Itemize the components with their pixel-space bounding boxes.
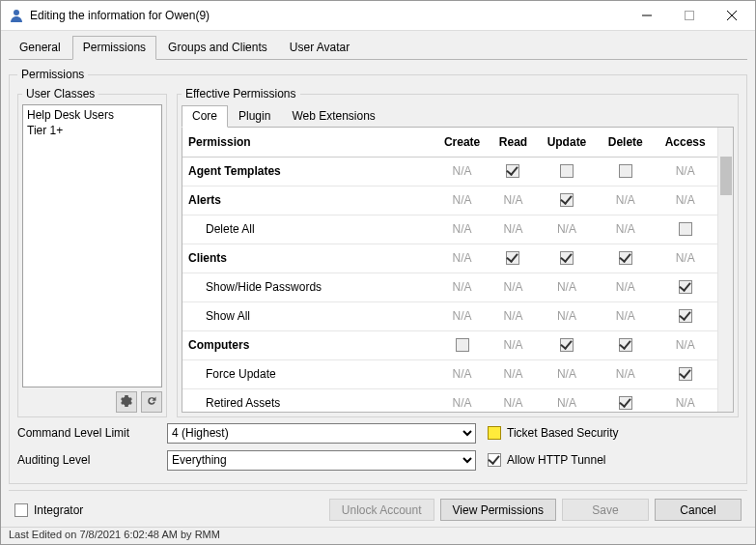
cell-na: N/A <box>434 301 490 330</box>
permission-checkbox[interactable] <box>679 222 692 236</box>
cell-na: N/A <box>434 359 490 388</box>
command-level-select[interactable]: 4 (Highest) <box>167 423 476 444</box>
refresh-icon <box>146 395 157 410</box>
permission-label: Computers <box>182 330 434 359</box>
cell-na: N/A <box>536 388 598 412</box>
user-classes-legend: User Classes <box>22 87 98 100</box>
scrollbar[interactable] <box>717 128 733 412</box>
cell-na: N/A <box>536 301 598 330</box>
permission-checkbox[interactable] <box>506 164 519 178</box>
permission-label: Delete All <box>182 215 434 244</box>
cell-na: N/A <box>653 157 717 186</box>
button-bar: Integrator Unlock Account View Permissio… <box>9 490 747 527</box>
cancel-button[interactable]: Cancel <box>655 499 742 521</box>
integrator-checkbox[interactable] <box>14 503 28 517</box>
cell-na: N/A <box>598 359 653 388</box>
list-item[interactable]: Tier 1+ <box>27 123 157 138</box>
permission-checkbox[interactable] <box>560 338 574 352</box>
svg-rect-2 <box>686 12 694 20</box>
permission-checkbox[interactable] <box>619 164 632 178</box>
table-row: AlertsN/AN/AN/AN/A <box>182 186 717 215</box>
col-read: Read <box>490 128 536 157</box>
app-icon <box>9 8 24 23</box>
permission-label: Show/Hide Passwords <box>182 272 434 301</box>
cell-na: N/A <box>536 359 598 388</box>
minimize-button[interactable] <box>626 2 668 29</box>
tab-user-avatar[interactable]: User Avatar <box>279 36 360 60</box>
list-item[interactable]: Help Desk Users <box>27 107 157 123</box>
cell-na: N/A <box>434 157 490 186</box>
permission-checkbox[interactable] <box>560 164 574 178</box>
cell-na: N/A <box>536 215 598 244</box>
cell-na: N/A <box>490 301 536 330</box>
tab-web-extensions[interactable]: Web Extensions <box>281 105 386 128</box>
permissions-grid: Permission Create Read Update Delete Acc… <box>182 128 717 412</box>
cell-na: N/A <box>434 244 490 272</box>
gear-icon <box>121 395 132 410</box>
cell-na: N/A <box>598 186 653 215</box>
permission-checkbox[interactable] <box>619 251 632 265</box>
effective-permissions-group: Effective Permissions Core Plugin Web Ex… <box>177 87 739 417</box>
close-button[interactable] <box>711 2 753 29</box>
permission-checkbox[interactable] <box>679 309 692 323</box>
command-level-label: Command Level Limit <box>17 426 167 440</box>
table-row: ClientsN/AN/A <box>182 244 717 272</box>
auditing-level-select[interactable]: Everything <box>167 450 476 471</box>
ticket-security-label: Ticket Based Security <box>507 426 619 440</box>
permission-checkbox[interactable] <box>506 251 519 265</box>
permission-label: Clients <box>182 244 434 272</box>
titlebar: Editing the information for Owen(9) <box>1 1 755 30</box>
cell-na: N/A <box>490 359 536 388</box>
status-text: Last Edited on 7/8/2021 6:02:48 AM by RM… <box>9 529 220 540</box>
view-permissions-button[interactable]: View Permissions <box>440 499 556 521</box>
user-classes-list[interactable]: Help Desk Users Tier 1+ <box>22 104 162 387</box>
window-title: Editing the information for Owen(9) <box>30 9 626 22</box>
permission-label: Alerts <box>182 186 434 215</box>
maximize-button <box>668 2 711 29</box>
effective-legend: Effective Permissions <box>182 87 300 100</box>
cell-na: N/A <box>434 272 490 301</box>
allow-http-checkbox[interactable] <box>488 453 501 467</box>
cell-na: N/A <box>434 215 490 244</box>
col-update: Update <box>536 128 598 157</box>
tab-permissions[interactable]: Permissions <box>72 36 156 60</box>
svg-point-0 <box>14 10 19 15</box>
permission-checkbox[interactable] <box>619 338 632 352</box>
permission-checkbox[interactable] <box>679 367 692 381</box>
permission-checkbox[interactable] <box>619 396 632 410</box>
tab-core[interactable]: Core <box>182 105 228 128</box>
permission-checkbox[interactable] <box>679 280 692 294</box>
table-row: Force UpdateN/AN/AN/AN/A <box>182 359 717 388</box>
permissions-legend: Permissions <box>17 68 88 81</box>
cell-na: N/A <box>653 388 717 412</box>
table-row: Delete AllN/AN/AN/AN/A <box>182 215 717 244</box>
refresh-button[interactable] <box>141 391 162 413</box>
tab-plugin[interactable]: Plugin <box>228 105 281 128</box>
save-button: Save <box>562 499 649 521</box>
permission-label: Agent Templates <box>182 157 434 186</box>
permission-checkbox[interactable] <box>456 338 469 352</box>
permission-label: Force Update <box>182 359 434 388</box>
tab-general[interactable]: General <box>9 36 71 60</box>
col-access: Access <box>653 128 717 157</box>
tab-groups-clients[interactable]: Groups and Clients <box>157 36 278 60</box>
cell-na: N/A <box>598 272 653 301</box>
scroll-thumb[interactable] <box>720 157 732 195</box>
ticket-security-indicator <box>488 426 501 440</box>
user-classes-group: User Classes Help Desk Users Tier 1+ <box>17 87 167 417</box>
top-tabs: General Permissions Groups and Clients U… <box>9 35 747 60</box>
allow-http-label: Allow HTTP Tunnel <box>507 453 606 467</box>
settings-button[interactable] <box>116 391 137 413</box>
main-area: General Permissions Groups and Clients U… <box>1 30 755 527</box>
table-row: Agent TemplatesN/AN/A <box>182 157 717 186</box>
table-row: Retired AssetsN/AN/AN/AN/A <box>182 388 717 412</box>
auditing-level-label: Auditing Level <box>17 453 167 467</box>
permission-checkbox[interactable] <box>560 193 574 207</box>
col-delete: Delete <box>598 128 653 157</box>
permission-label: Retired Assets <box>182 388 434 412</box>
permission-checkbox[interactable] <box>560 251 574 265</box>
col-permission: Permission <box>182 128 434 157</box>
cell-na: N/A <box>490 186 536 215</box>
cell-na: N/A <box>653 330 717 359</box>
effective-tabs: Core Plugin Web Extensions <box>182 104 734 128</box>
